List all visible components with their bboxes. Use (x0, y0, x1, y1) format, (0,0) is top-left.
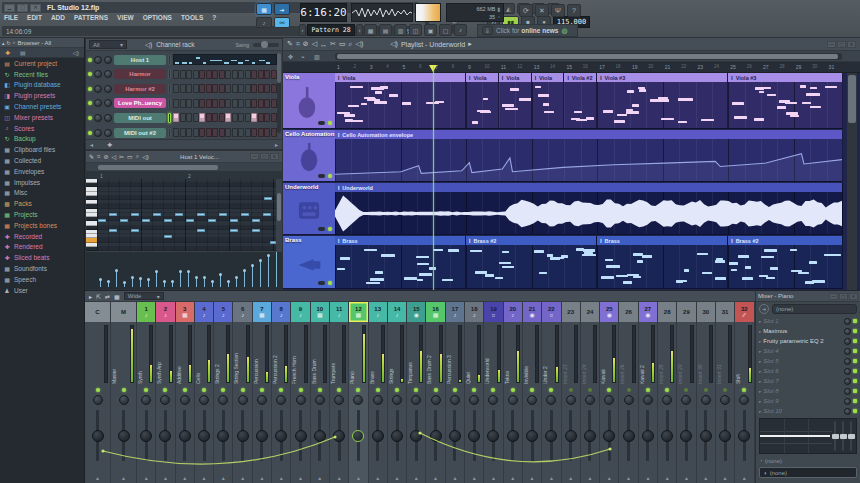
track-lane[interactable]: ❙Viola❙Viola❙Viola❙Viola❙Viola #2❙Viola … (335, 73, 843, 129)
strip-pan-knob[interactable] (546, 395, 556, 405)
pr-pencil-icon[interactable]: ✎ (89, 153, 94, 160)
clip-brass[interactable]: ❙Brass (597, 236, 728, 289)
pr-ruler[interactable]: 12 (86, 171, 282, 179)
piano-roll-note[interactable] (131, 213, 139, 216)
step-cell[interactable] (212, 99, 218, 108)
pr-note-grid[interactable] (86, 179, 282, 251)
mixer-strip-timpanus[interactable]: 15◉Timpanus▲ (407, 302, 426, 483)
browser-item-plugin-presets[interactable]: ◨Plugin presets (0, 90, 84, 101)
strip-fader-handle[interactable] (680, 430, 692, 442)
step-cell[interactable] (199, 70, 205, 79)
step-cell[interactable] (219, 113, 225, 122)
step-cell[interactable] (186, 113, 192, 122)
velocity-stem[interactable] (116, 270, 117, 287)
mixer-strip-underworld[interactable]: 19⌗Underworld▲ (484, 302, 503, 483)
strip-fader-handle[interactable] (545, 430, 557, 442)
strip-enable-led[interactable] (202, 388, 206, 392)
strip-pan-knob[interactable] (662, 395, 672, 405)
step-cell[interactable] (271, 128, 277, 137)
strip-fader-handle[interactable] (118, 430, 130, 442)
strip-header[interactable]: 23 (562, 302, 580, 322)
velocity-head[interactable] (139, 277, 142, 280)
mixer-strip-under-2[interactable]: 22⌗Under 2▲ (542, 302, 561, 483)
strip-dock-arrow[interactable]: ▲ (337, 475, 342, 481)
step-cell[interactable] (180, 84, 186, 93)
strip-enable-led[interactable] (453, 388, 457, 392)
mixer-strip-tekno[interactable]: 20♪Tekno▲ (504, 302, 523, 483)
strip-dock-arrow[interactable]: ▲ (723, 475, 728, 481)
velocity-head[interactable] (147, 278, 150, 281)
step-cell[interactable] (206, 99, 212, 108)
step-sequencer[interactable] (173, 113, 277, 122)
step-cell[interactable] (251, 84, 257, 93)
strip-pan-knob[interactable] (469, 395, 479, 405)
strip-header[interactable]: 28 (658, 302, 676, 322)
mixer-strip-shift[interactable]: 32⁄⁄Shift▲ (735, 302, 754, 483)
step-cell[interactable] (245, 84, 251, 93)
menu-item-tools[interactable]: TOOLS (181, 14, 203, 21)
step-cell[interactable] (193, 99, 199, 108)
channel-select-indicator[interactable] (168, 84, 171, 94)
piano-roll-note[interactable] (264, 197, 272, 200)
swing-knob[interactable] (261, 41, 268, 48)
velocity-stem[interactable] (244, 270, 245, 287)
step-cell[interactable] (219, 99, 225, 108)
clip-header[interactable]: ❙Viola (532, 73, 564, 82)
velocity-head[interactable] (211, 280, 214, 283)
fx-slot-led[interactable] (853, 369, 857, 373)
mixer-strip-french-horn[interactable]: 9♪French Horn▲ (291, 302, 310, 483)
strip-enable-led[interactable] (279, 388, 283, 392)
track-lane[interactable]: ❙Brass❙Brass #2❙Brass❙Brass #2 (335, 236, 843, 289)
strip-fader-handle[interactable] (92, 430, 104, 442)
strip-header[interactable]: 16▦ (426, 302, 444, 322)
step-cell[interactable] (238, 113, 244, 122)
step-cell[interactable] (186, 84, 192, 93)
strip-dock-arrow[interactable]: ▲ (626, 475, 631, 481)
track-mode-switch[interactable] (318, 281, 325, 285)
pr-vscrollbar[interactable] (276, 179, 282, 251)
strip-header[interactable]: 3▦ (176, 302, 194, 322)
fx-slot-knob[interactable] (844, 338, 851, 345)
strip-enable-led[interactable] (318, 388, 322, 392)
eq-fader-handle[interactable] (840, 434, 847, 439)
strip-header[interactable]: 22⌗ (542, 302, 560, 322)
velocity-head[interactable] (203, 276, 206, 279)
strip-enable-led[interactable] (723, 388, 727, 392)
step-cell[interactable] (264, 70, 270, 79)
mixer-strip-bass-drum[interactable]: 10▦Bass Drum▲ (311, 302, 330, 483)
cut-icon[interactable]: ✕ (535, 4, 549, 17)
strip-enable-led[interactable] (144, 388, 148, 392)
mixer-link-icon[interactable]: ⇄ (105, 293, 110, 300)
strip-dock-arrow[interactable]: ▲ (452, 475, 457, 481)
step-cell[interactable] (251, 70, 257, 79)
channel-volume-knob[interactable] (104, 85, 112, 93)
strip-fader-handle[interactable] (738, 430, 750, 442)
strip-dock-arrow[interactable]: ▲ (414, 475, 419, 481)
strip-dock-arrow[interactable]: ▲ (95, 475, 100, 481)
mixer-strip-synth[interactable]: 1♪Synth▲ (137, 302, 156, 483)
strip-pan-knob[interactable] (701, 395, 711, 405)
strip-enable-led[interactable] (337, 388, 341, 392)
strip-pan-knob[interactable] (257, 395, 267, 405)
channel-volume-knob[interactable] (104, 129, 112, 137)
strip-fader-handle[interactable] (140, 430, 152, 442)
pl-move-icon[interactable]: ✥ (288, 53, 293, 60)
clip-viola[interactable]: ❙Viola (532, 73, 565, 129)
velocity-stem[interactable] (220, 274, 221, 288)
step-cell[interactable] (212, 70, 218, 79)
pl-pencil-icon[interactable]: ✎ (287, 40, 293, 48)
strip-pan-knob[interactable] (296, 395, 306, 405)
strip-fader-handle[interactable] (468, 430, 480, 442)
channel-select-indicator[interactable] (168, 55, 171, 65)
menu-item-view[interactable]: VIEW (117, 14, 134, 21)
strip-dock-arrow[interactable]: ▲ (202, 475, 207, 481)
strip-pan-knob[interactable] (160, 395, 170, 405)
strip-enable-led[interactable] (472, 388, 476, 392)
clip-underworld[interactable]: ❙Underworld (335, 183, 843, 235)
strip-header[interactable]: 14♪ (388, 302, 406, 322)
browser-item-user[interactable]: ♟User (0, 285, 84, 296)
velocity-stem[interactable] (156, 271, 157, 287)
strip-pan-knob[interactable] (238, 395, 248, 405)
mixer-strip-insert-24[interactable]: 24Insert 24▲ (581, 302, 600, 483)
piano-roll-note[interactable] (252, 229, 260, 232)
